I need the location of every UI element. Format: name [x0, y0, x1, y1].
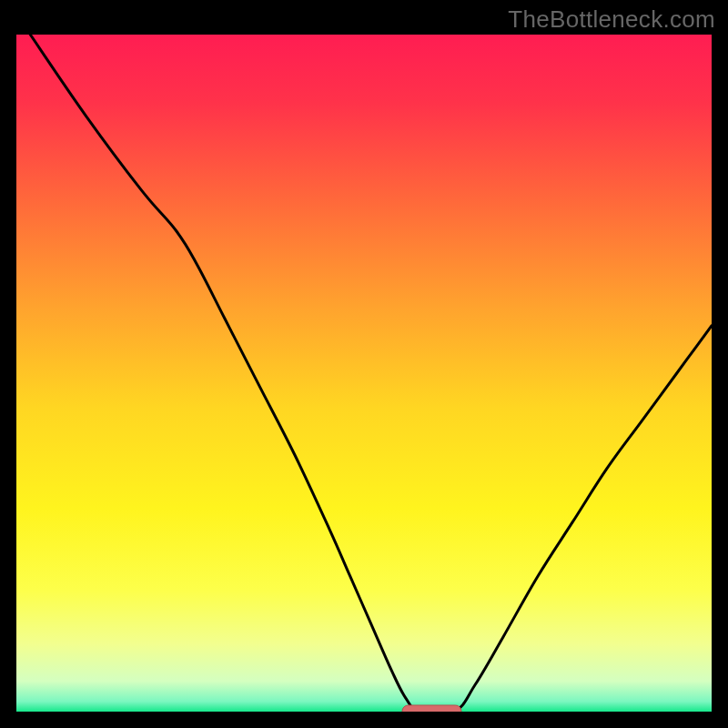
optimum-marker: [402, 705, 461, 712]
bottleneck-chart: [16, 35, 712, 712]
chart-frame: [16, 35, 712, 712]
watermark-text: TheBottleneck.com: [508, 5, 715, 34]
